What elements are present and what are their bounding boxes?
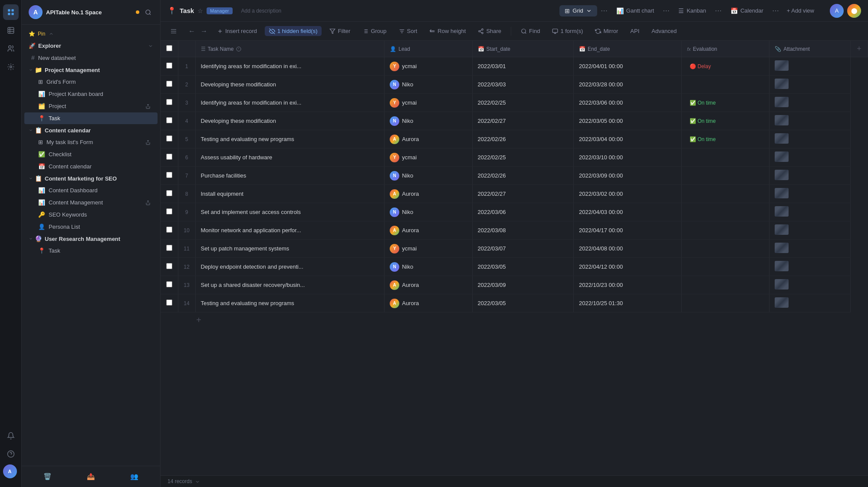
sidebar-item-content-management[interactable]: 📊 Content Management bbox=[24, 197, 158, 208]
task-name-cell[interactable]: Identifying areas for modification in ex… bbox=[195, 94, 385, 112]
share-btn[interactable]: Share bbox=[473, 26, 506, 36]
add-column-btn[interactable]: + bbox=[851, 41, 868, 57]
row-checkbox[interactable] bbox=[166, 245, 172, 251]
row-checkbox[interactable] bbox=[166, 227, 172, 233]
nav-integrations-icon[interactable] bbox=[3, 59, 19, 75]
table-row[interactable]: 5Testing and evaluating new programsAAur… bbox=[161, 130, 868, 148]
row-checkbox[interactable] bbox=[166, 299, 172, 306]
insert-record-btn[interactable]: Insert record bbox=[213, 26, 261, 36]
send-icon[interactable]: 📤 bbox=[85, 471, 97, 483]
table-row[interactable]: 12Deploy endpoint detection and preventi… bbox=[161, 258, 868, 276]
sidebar-item-checklist[interactable]: ✅ Checklist bbox=[24, 148, 158, 160]
table-row[interactable]: 2Developing these modificationNNiko2022/… bbox=[161, 76, 868, 94]
select-all-checkbox[interactable] bbox=[166, 45, 172, 51]
table-row[interactable]: 8Install equipmentAAurora2022/02/272022/… bbox=[161, 185, 868, 203]
search-button[interactable] bbox=[143, 7, 153, 17]
form-btn[interactable]: 1 form(s) bbox=[548, 26, 587, 36]
th-evaluation[interactable]: fx Evaluation bbox=[681, 41, 769, 57]
top-bar-user-avatar[interactable]: A bbox=[830, 4, 844, 18]
row-checkbox[interactable] bbox=[166, 63, 172, 69]
task-name-cell[interactable]: Identifying areas for modification in ex… bbox=[195, 57, 385, 76]
row-checkbox[interactable] bbox=[166, 172, 172, 178]
attachment-cell[interactable] bbox=[769, 76, 851, 94]
row-checkbox[interactable] bbox=[166, 190, 172, 196]
kanban-more-btn[interactable]: ⋯ bbox=[713, 6, 723, 16]
task-name-cell[interactable]: Monitor network and application perfor..… bbox=[195, 221, 385, 240]
pin-row[interactable]: ⭐ Pin bbox=[22, 27, 160, 40]
table-row[interactable]: 6Assess usability of hardwareYycmai2022/… bbox=[161, 148, 868, 167]
add-description[interactable]: Add a description bbox=[241, 8, 282, 14]
task-star-icon[interactable]: ☆ bbox=[197, 7, 203, 14]
trash-icon[interactable]: 🗑️ bbox=[42, 471, 54, 483]
th-start-date[interactable]: 📅 Start_date bbox=[472, 41, 573, 57]
row-height-btn[interactable]: Row height bbox=[425, 26, 470, 36]
attachment-cell[interactable] bbox=[769, 167, 851, 185]
row-checkbox[interactable] bbox=[166, 208, 172, 214]
task-name-cell[interactable]: Install equipment bbox=[195, 185, 385, 203]
attachment-cell[interactable] bbox=[769, 112, 851, 130]
sidebar-item-content-calendar[interactable]: 📅 Content calendar bbox=[24, 161, 158, 172]
attachment-cell[interactable] bbox=[769, 203, 851, 221]
user-avatar-nav[interactable]: A bbox=[3, 464, 17, 478]
th-end-date[interactable]: 📅 End_date bbox=[573, 41, 681, 57]
table-row[interactable]: 13Set up a shared disaster recovery/busi… bbox=[161, 276, 868, 294]
nav-forward-btn[interactable]: → bbox=[199, 26, 209, 36]
collapse-sidebar-btn[interactable] bbox=[168, 25, 180, 37]
calendar-more-btn[interactable]: ⋯ bbox=[770, 6, 781, 16]
new-datasheet-item[interactable]: # New datasheet bbox=[24, 52, 158, 64]
nav-back-btn[interactable]: ← bbox=[187, 26, 197, 36]
row-checkbox[interactable] bbox=[166, 135, 172, 141]
nav-help-icon[interactable] bbox=[3, 446, 19, 462]
explorer-header[interactable]: 🚀 Explorer bbox=[22, 40, 160, 51]
sort-btn[interactable]: Sort bbox=[395, 26, 422, 36]
tab-kanban[interactable]: ☰ Kanban bbox=[673, 5, 711, 16]
attachment-cell[interactable] bbox=[769, 221, 851, 240]
add-view-button[interactable]: + Add view bbox=[783, 5, 819, 16]
tab-grid[interactable]: ⊞ Grid bbox=[559, 5, 597, 16]
row-checkbox[interactable] bbox=[166, 81, 172, 87]
nav-home-icon[interactable] bbox=[3, 4, 19, 20]
sidebar-item-content-dashboard[interactable]: 📊 Content Dashboard bbox=[24, 184, 158, 196]
attachment-cell[interactable] bbox=[769, 94, 851, 112]
content-marketing-section[interactable]: 📋 Content Marketing for SEO bbox=[22, 173, 160, 184]
row-checkbox[interactable] bbox=[166, 99, 172, 105]
table-row[interactable]: 11Set up patch management systemsYycmai2… bbox=[161, 240, 868, 258]
task-name-cell[interactable]: Purchase facilities bbox=[195, 167, 385, 185]
group-btn[interactable]: Group bbox=[358, 26, 391, 36]
task-name-cell[interactable]: Developing these modification bbox=[195, 112, 385, 130]
task-name-cell[interactable]: Testing and evaluating new programs bbox=[195, 130, 385, 148]
task-name-cell[interactable]: Testing and evaluating new programs bbox=[195, 294, 385, 313]
sidebar-item-seo-keywords[interactable]: 🔑 SEO Keywords bbox=[24, 209, 158, 220]
records-count[interactable]: 14 records bbox=[168, 478, 200, 484]
attachment-cell[interactable] bbox=[769, 130, 851, 148]
attachment-cell[interactable] bbox=[769, 294, 851, 313]
table-row[interactable]: 1Identifying areas for modification in e… bbox=[161, 57, 868, 76]
sidebar-item-task-urm[interactable]: 📍 Task bbox=[24, 245, 158, 257]
attachment-cell[interactable] bbox=[769, 276, 851, 294]
table-row[interactable]: 10Monitor network and application perfor… bbox=[161, 221, 868, 240]
attachment-cell[interactable] bbox=[769, 57, 851, 76]
tab-calendar[interactable]: 📅 Calendar bbox=[725, 5, 769, 16]
sidebar-item-persona-list[interactable]: 👤 Persona List bbox=[24, 221, 158, 233]
task-name-cell[interactable]: Set up a shared disaster recovery/busin.… bbox=[195, 276, 385, 294]
user-research-section[interactable]: 🔮 User Research Management bbox=[22, 233, 160, 244]
row-checkbox[interactable] bbox=[166, 117, 172, 123]
nav-datasheet-icon[interactable] bbox=[3, 23, 19, 38]
table-row[interactable]: 9Set and implement user access controlsN… bbox=[161, 203, 868, 221]
attachment-cell[interactable] bbox=[769, 185, 851, 203]
project-management-section[interactable]: 📁 Project Management bbox=[22, 64, 160, 76]
users-icon[interactable]: 👥 bbox=[128, 471, 140, 483]
task-name-cell[interactable]: Set up patch management systems bbox=[195, 240, 385, 258]
row-checkbox[interactable] bbox=[166, 154, 172, 160]
table-row[interactable]: 14Testing and evaluating new programsAAu… bbox=[161, 294, 868, 313]
row-checkbox[interactable] bbox=[166, 263, 172, 269]
table-row[interactable]: 7Purchase facilitiesNNiko2022/02/262022/… bbox=[161, 167, 868, 185]
nav-users-icon[interactable] bbox=[3, 41, 19, 56]
find-btn[interactable]: Find bbox=[516, 26, 544, 36]
th-attachment[interactable]: 📎 Attachment bbox=[769, 41, 851, 57]
nav-notifications-icon[interactable] bbox=[3, 428, 19, 444]
th-task-name[interactable]: ☰ Task Name bbox=[195, 41, 385, 57]
table-row[interactable]: 4Developing these modificationNNiko2022/… bbox=[161, 112, 868, 130]
row-checkbox[interactable] bbox=[166, 281, 172, 287]
attachment-cell[interactable] bbox=[769, 258, 851, 276]
